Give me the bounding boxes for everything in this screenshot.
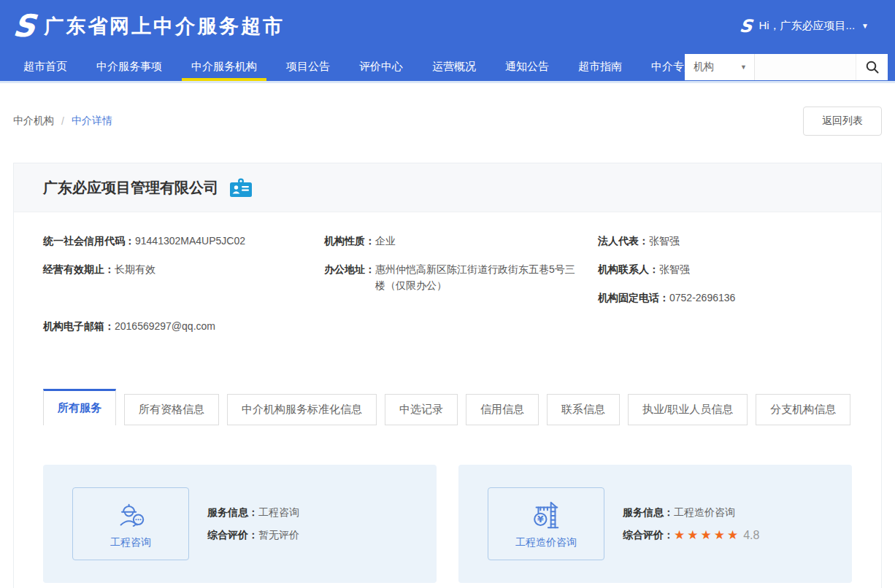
field-value: 惠州仲恺高新区陈江街道行政街东五巷5号三楼（仅限办公） bbox=[375, 261, 581, 293]
field-label: 法人代表： bbox=[598, 233, 649, 249]
tab-contact-info[interactable]: 联系信息 bbox=[547, 394, 620, 425]
rating-text: 暂无评价 bbox=[258, 529, 299, 542]
cost-consulting-crane-icon: ¥ bbox=[529, 499, 563, 533]
search-category-select[interactable]: 机构 ▼ bbox=[685, 54, 755, 80]
company-info-grid: 统一社会信用代码： 91441302MA4UP5JC02 经营有效期止： 长期有… bbox=[43, 233, 852, 347]
svg-text:¥: ¥ bbox=[537, 514, 544, 525]
back-to-list-button[interactable]: 返回列表 bbox=[803, 107, 882, 136]
chevron-down-icon: ▼ bbox=[861, 22, 869, 30]
tab-selection-records[interactable]: 中选记录 bbox=[385, 394, 458, 425]
nav-item-agencies[interactable]: 中介服务机构 bbox=[182, 52, 266, 81]
service-info-row: 服务信息： 工程咨询 bbox=[207, 506, 299, 519]
field-email: 机构电子邮箱： 2016569297@qq.com bbox=[43, 318, 324, 334]
service-icon-label: 工程咨询 bbox=[110, 536, 151, 549]
tab-all-services[interactable]: 所有服务 bbox=[43, 389, 116, 425]
tab-branches-info[interactable]: 分支机构信息 bbox=[756, 394, 850, 425]
service-rating-row: 综合评价： 暂无评价 bbox=[207, 529, 299, 542]
site-brand[interactable]: S 广东省网上中介服务超市 bbox=[13, 11, 285, 42]
company-panel-header: 广东必应项目管理有限公司 bbox=[14, 163, 881, 212]
info-column-2: 机构性质： 企业 办公地址： 惠州仲恺高新区陈江街道行政街东五巷5号三楼（仅限办… bbox=[324, 233, 598, 347]
field-validity: 经营有效期止： 长期有效 bbox=[43, 261, 324, 277]
rating-label: 综合评价： bbox=[207, 529, 258, 542]
service-icon-box[interactable]: ¥ 工程造价咨询 bbox=[488, 487, 604, 560]
site-logo-icon: S bbox=[12, 11, 37, 42]
detail-tabs: 所有服务 所有资格信息 中介机构服务标准化信息 中选记录 信用信息 联系信息 执… bbox=[43, 389, 852, 425]
service-info-label: 服务信息： bbox=[207, 506, 258, 519]
select-caret-icon: ▼ bbox=[740, 63, 747, 71]
breadcrumb-separator: / bbox=[61, 115, 64, 127]
nav-item-guide[interactable]: 超市指南 bbox=[569, 52, 631, 81]
engineer-consulting-icon bbox=[114, 499, 147, 533]
user-greeting: Hi，广东必应项目... bbox=[758, 19, 855, 33]
rating-stars-icon: ★★★★★ bbox=[674, 529, 740, 541]
field-org-type: 机构性质： 企业 bbox=[324, 233, 598, 249]
nav-item-notices[interactable]: 通知公告 bbox=[496, 52, 558, 81]
id-card-icon[interactable] bbox=[229, 178, 253, 198]
field-value: 企业 bbox=[375, 233, 396, 249]
field-legal-rep: 法人代表： 张智强 bbox=[598, 233, 852, 249]
tab-standardization-info[interactable]: 中介机构服务标准化信息 bbox=[227, 394, 377, 425]
field-value: 2016569297@qq.com bbox=[115, 318, 215, 334]
field-value: 张智强 bbox=[659, 261, 690, 277]
field-value: 91441302MA4UP5JC02 bbox=[135, 233, 245, 249]
nav-item-service-matters[interactable]: 中介服务事项 bbox=[87, 52, 172, 81]
breadcrumb-row: 中介机构 / 中介详情 返回列表 bbox=[13, 102, 882, 140]
service-icon-box[interactable]: 工程咨询 bbox=[72, 487, 189, 560]
field-label: 办公地址： bbox=[324, 261, 375, 293]
field-phone: 机构固定电话： 0752-2696136 bbox=[598, 290, 852, 306]
rating-value: 4.8 bbox=[743, 529, 759, 542]
tab-practitioners-info[interactable]: 执业/职业人员信息 bbox=[628, 394, 748, 425]
breadcrumb: 中介机构 / 中介详情 bbox=[13, 115, 112, 128]
field-label: 机构固定电话： bbox=[598, 290, 669, 306]
field-value: 长期有效 bbox=[115, 261, 155, 277]
site-title: 广东省网上中介服务超市 bbox=[44, 13, 285, 39]
info-column-3: 法人代表： 张智强 机构联系人： 张智强 机构固定电话： 0752-269613… bbox=[598, 233, 852, 347]
tab-credit-info[interactable]: 信用信息 bbox=[466, 394, 539, 425]
rating-label: 综合评价： bbox=[623, 529, 674, 542]
field-value: 0752-2696136 bbox=[669, 290, 735, 306]
company-panel-body: 统一社会信用代码： 91441302MA4UP5JC02 经营有效期止： 长期有… bbox=[14, 212, 881, 583]
page-content: 中介机构 / 中介详情 返回列表 广东必应项目管理有限公司 统一社会 bbox=[0, 102, 895, 588]
service-info-value: 工程造价咨询 bbox=[674, 506, 735, 519]
service-card-info: 服务信息： 工程咨询 综合评价： 暂无评价 bbox=[207, 506, 299, 542]
service-icon-label: 工程造价咨询 bbox=[515, 536, 577, 549]
site-header: S 广东省网上中介服务超市 S Hi，广东必应项目... ▼ bbox=[0, 0, 895, 52]
service-rating-row: 综合评价： ★★★★★ 4.8 bbox=[623, 529, 759, 542]
user-menu[interactable]: S Hi，广东必应项目... ▼ bbox=[740, 18, 869, 35]
info-column-1: 统一社会信用代码： 91441302MA4UP5JC02 经营有效期止： 长期有… bbox=[43, 233, 324, 347]
field-label: 经营有效期止： bbox=[43, 261, 115, 277]
service-card-engineering: 工程咨询 服务信息： 工程咨询 综合评价： 暂无评价 bbox=[43, 465, 437, 583]
search-category-value: 机构 bbox=[694, 61, 714, 74]
tab-qualifications[interactable]: 所有资格信息 bbox=[124, 394, 219, 425]
field-office-address: 办公地址： 惠州仲恺高新区陈江街道行政街东五巷5号三楼（仅限办公） bbox=[324, 261, 598, 293]
main-nav: 超市首页 中介服务事项 中介服务机构 项目公告 评价中心 运营概况 通知公告 超… bbox=[0, 52, 895, 83]
field-credit-code: 统一社会信用代码： 91441302MA4UP5JC02 bbox=[43, 233, 324, 249]
service-cards: 工程咨询 服务信息： 工程咨询 综合评价： 暂无评价 bbox=[43, 465, 852, 583]
breadcrumb-current[interactable]: 中介详情 bbox=[72, 115, 112, 128]
field-label: 机构电子邮箱： bbox=[43, 318, 115, 334]
user-logo-icon: S bbox=[739, 18, 753, 35]
field-value: 张智强 bbox=[649, 233, 680, 249]
company-panel: 广东必应项目管理有限公司 统一社会信用代码： 91441302MA4UP5JC0… bbox=[13, 163, 882, 588]
field-label: 机构联系人： bbox=[598, 261, 659, 277]
search-button[interactable] bbox=[856, 54, 888, 80]
breadcrumb-root[interactable]: 中介机构 bbox=[13, 115, 54, 128]
service-info-value: 工程咨询 bbox=[258, 506, 299, 519]
service-card-info: 服务信息： 工程造价咨询 综合评价： ★★★★★ 4.8 bbox=[623, 506, 759, 542]
field-label: 机构性质： bbox=[324, 233, 375, 249]
nav-item-home[interactable]: 超市首页 bbox=[14, 52, 77, 81]
service-info-row: 服务信息： 工程造价咨询 bbox=[623, 506, 759, 519]
company-name: 广东必应项目管理有限公司 bbox=[43, 178, 218, 198]
search-icon bbox=[865, 60, 880, 74]
search-group: 机构 ▼ bbox=[685, 54, 888, 80]
service-card-cost-consulting: ¥ 工程造价咨询 服务信息： 工程造价咨询 综合评价： ★★★★★ 4.8 bbox=[458, 465, 852, 583]
field-label: 统一社会信用代码： bbox=[43, 233, 135, 249]
search-input[interactable] bbox=[755, 54, 856, 80]
nav-item-operation-overview[interactable]: 运营概况 bbox=[423, 52, 485, 81]
service-info-label: 服务信息： bbox=[623, 506, 674, 519]
field-contact-person: 机构联系人： 张智强 bbox=[598, 261, 852, 277]
nav-item-evaluation-center[interactable]: 评价中心 bbox=[350, 52, 412, 81]
nav-item-project-announcements[interactable]: 项目公告 bbox=[277, 52, 339, 81]
